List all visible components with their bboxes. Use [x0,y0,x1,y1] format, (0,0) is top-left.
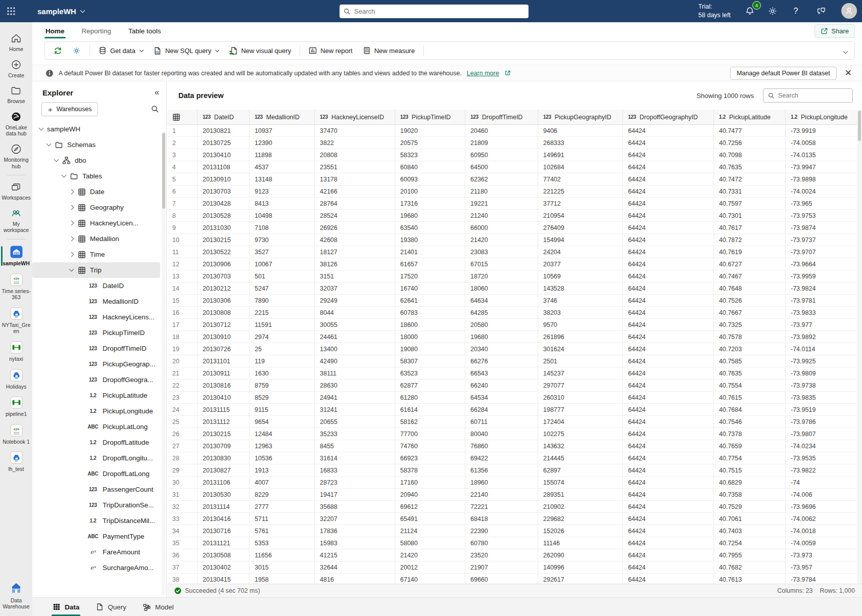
view-tab-query[interactable]: Query [89,598,132,616]
cell[interactable]: 9406 [538,125,623,137]
tree-item-geography[interactable]: Geography [32,200,160,215]
cell[interactable]: 3151 [315,270,395,282]
rail-item-pipeline1[interactable]: pipeline1 [0,393,32,420]
cell[interactable]: 37712 [538,198,623,210]
tree-item-schemas[interactable]: Schemas [32,137,160,153]
cell[interactable]: 64424 [623,549,714,561]
cell[interactable]: 60780 [465,537,538,549]
tree-item-passengercount[interactable]: 123PassengerCount [32,482,160,497]
cell[interactable]: 20130703 [198,270,250,282]
cell[interactable]: 38126 [315,258,395,270]
cell[interactable]: 25 [250,343,315,355]
cell[interactable]: -73.9781 [786,295,862,307]
cell[interactable]: 20131114 [198,501,250,513]
tab-table-tools[interactable]: Table tools [127,24,162,38]
cell[interactable]: 64424 [623,392,714,404]
tree-item-dropofflatitude[interactable]: 1.2DropoffLatitude [32,435,160,450]
row-number[interactable]: 38 [167,574,198,584]
cell[interactable]: -73.9809 [786,367,862,380]
cell[interactable]: 20580 [465,319,538,331]
tree-item-tripdistancemil[interactable]: 1.2TripDistanceMil... [32,513,160,529]
cell[interactable]: 32207 [315,513,395,525]
cell[interactable]: 32037 [315,282,395,295]
cell[interactable]: 143528 [538,282,623,295]
row-number[interactable]: 27 [167,440,198,452]
view-tab-data[interactable]: Data [46,598,85,616]
cell[interactable]: 9730 [250,234,315,246]
close-icon[interactable]: ✕ [842,68,855,78]
cell[interactable]: 64424 [623,416,714,428]
cell[interactable]: 40.7578 [714,331,786,343]
row-number[interactable]: 10 [167,234,198,246]
cell[interactable]: 20130215 [198,428,250,440]
cell[interactable]: 41215 [315,549,395,561]
cell[interactable]: 18600 [395,319,465,331]
cell[interactable]: 40.7872 [714,234,786,246]
cell[interactable]: 62897 [538,464,623,477]
cell[interactable]: 4007 [250,477,315,489]
cell[interactable]: 15983 [315,537,395,549]
rail-item-holidays[interactable]: Holidays [0,365,32,393]
tree-item-pickuplatlong[interactable]: ABCPickupLatLong [32,419,160,435]
cell[interactable]: 72221 [465,501,538,513]
cell[interactable]: 40.7754 [714,452,786,464]
row-number[interactable]: 37 [167,561,198,574]
cell[interactable]: 21401 [395,246,465,258]
cell[interactable]: 40.7472 [714,173,786,185]
cell[interactable]: 13178 [315,173,395,185]
cell[interactable]: 64424 [623,246,714,258]
cell[interactable]: -73.9835 [786,392,862,404]
cell[interactable]: 21420 [465,234,538,246]
cell[interactable]: -73.957 [786,561,862,574]
cell[interactable]: 64424 [623,452,714,464]
cell[interactable]: -74.006 [786,489,862,501]
cell[interactable]: 26926 [315,222,395,234]
cell[interactable]: 64424 [623,198,714,210]
cell[interactable]: 140996 [538,561,623,574]
cell[interactable]: 40.7635 [714,161,786,173]
cell[interactable]: 61280 [395,392,465,404]
cell[interactable]: 20130703 [198,185,250,198]
cell[interactable]: 58162 [395,416,465,428]
cell[interactable]: 5353 [250,537,315,549]
cell[interactable]: 40.7325 [714,319,786,331]
cell[interactable]: 8455 [315,440,395,452]
cell[interactable]: 16833 [315,464,395,477]
tree-item-dropofflongitu[interactable]: 1.2DropoffLongitu... [32,450,160,466]
cell[interactable]: 60950 [465,149,538,161]
cell[interactable]: 60783 [395,307,465,319]
cell[interactable]: -73.9822 [786,464,862,477]
cell[interactable]: 20130428 [198,198,250,210]
cell[interactable]: -73.9807 [786,428,862,440]
cell[interactable]: -73.9737 [786,234,862,246]
cell[interactable]: 20012 [395,561,465,574]
row-number[interactable]: 26 [167,428,198,440]
cell[interactable]: 210902 [538,501,623,513]
cell[interactable]: 40.7648 [714,282,786,295]
cell[interactable]: 11591 [250,319,315,331]
cell[interactable]: -74.0114 [786,343,862,355]
cell[interactable]: -74.0062 [786,513,862,525]
cell[interactable]: -74.0058 [786,137,862,149]
cell[interactable]: 64424 [623,404,714,416]
cell[interactable]: 20131030 [198,222,250,234]
cell[interactable]: 21907 [465,561,538,574]
cell[interactable]: 40.7682 [714,561,786,574]
cell[interactable]: 40.7358 [714,489,786,501]
rail-item-browse[interactable]: Browse [0,81,32,108]
tree-item-paymenttype[interactable]: ABCPaymentType [32,529,160,544]
cell[interactable]: 24204 [538,246,623,258]
tree-item-surchargeamo[interactable]: eˣSurchargeAmo... [32,560,160,576]
tab-home[interactable]: Home [44,24,66,38]
grid-scrollbar[interactable] [857,110,862,584]
cell[interactable]: -73.9874 [786,222,862,234]
cell[interactable]: 20130911 [198,367,250,380]
cell[interactable]: 67015 [465,258,538,270]
table-search[interactable] [763,88,853,103]
cell[interactable]: 69612 [395,501,465,513]
row-number[interactable]: 24 [167,404,198,416]
cell[interactable]: 20130306 [198,295,250,307]
cell[interactable]: 1630 [250,367,315,380]
rail-item-monitoring-hub[interactable]: Monitoring hub [0,140,32,172]
tree-item-time[interactable]: Time [32,247,160,262]
